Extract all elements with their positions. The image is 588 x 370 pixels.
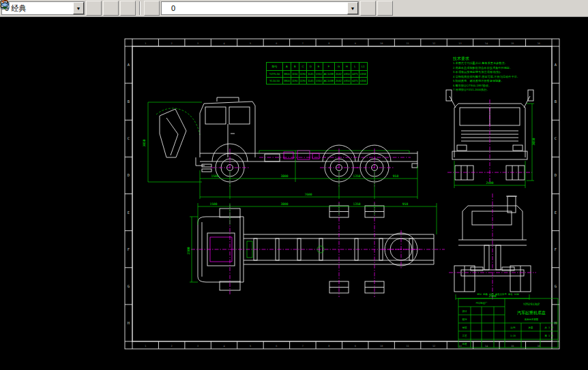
- drawing-canvas[interactable]: ABCDEFGH ABCDEFGH 1234567891011121314151…: [0, 17, 588, 370]
- svg-text:G: G: [128, 284, 130, 288]
- svg-text:C: C: [128, 136, 130, 140]
- svg-text:A: A: [555, 63, 557, 67]
- dim-label: 3800: [280, 174, 288, 178]
- svg-text:12: 12: [432, 345, 435, 348]
- scale-value: 1:15: [510, 335, 516, 337]
- svg-text:11: 11: [406, 42, 409, 45]
- svg-text:A: A: [128, 63, 130, 67]
- svg-text:2: 2: [171, 345, 173, 348]
- dim-label: 950: [402, 202, 409, 206]
- svg-text:1: 1: [145, 345, 146, 348]
- svg-text:15: 15: [511, 345, 514, 348]
- revision-header: 标记 处数 分区 更改文件号 签名 日期: [476, 292, 519, 296]
- new-layer-button[interactable]: [120, 1, 136, 16]
- style-combo-value: 0 经典: [2, 3, 73, 14]
- mass-label: 质量: [529, 326, 533, 329]
- rear-view: 2500: [449, 194, 536, 300]
- dim-label: 2500: [187, 247, 190, 254]
- svg-text:6: 6: [276, 345, 277, 348]
- layer-previous-icon: [0, 0, 10, 10]
- svg-text:校对: 校对: [461, 318, 467, 321]
- svg-text:14: 14: [485, 345, 488, 348]
- dim-label: 3050: [532, 138, 535, 145]
- chevron-down-icon[interactable]: ▼: [73, 2, 84, 14]
- make-object-layer-current-button[interactable]: [360, 1, 376, 16]
- svg-text:8: 8: [328, 42, 329, 45]
- svg-text:D: D: [555, 173, 557, 177]
- style-combo[interactable]: 0 经典 ▼: [1, 1, 85, 15]
- svg-text:F: F: [555, 247, 557, 251]
- zone-numbers-bottom: 12345678910111213141516: [145, 345, 540, 348]
- svg-text:13: 13: [458, 42, 461, 45]
- layer-manager-button[interactable]: [144, 1, 160, 16]
- spec-table: 型号ABCDEFGHLL1YZ75-5038001150119011451310…: [266, 62, 368, 84]
- svg-text:B: B: [128, 99, 130, 104]
- svg-text:设计: 设计: [462, 309, 467, 313]
- title-block-title: 汽车起重机底盘: [517, 310, 546, 315]
- technical-notes: 技术要求 1.本图尺寸均以毫米计,整备质量见参数表。2.底盘各总成装配应符合各自…: [453, 56, 546, 93]
- svg-text:C: C: [555, 136, 557, 140]
- svg-text:9: 9: [355, 42, 356, 45]
- toolbar: 0 经典 ▼: [0, 0, 588, 17]
- dim-label: 7600: [304, 193, 312, 196]
- dim-label: 1500: [209, 202, 217, 206]
- svg-text:F: F: [128, 247, 130, 251]
- svg-text:4: 4: [223, 42, 224, 45]
- svg-text:10: 10: [380, 42, 383, 45]
- svg-text:16: 16: [538, 42, 540, 45]
- title-block-model: YZ5251JQZ: [523, 303, 540, 306]
- svg-text:11: 11: [406, 345, 409, 348]
- dim-label: 1500: [211, 174, 218, 178]
- scale-label: 比例: [511, 326, 516, 329]
- plan-view: 1500 3800 1350 950 2500: [187, 202, 445, 297]
- svg-text:G: G: [555, 284, 557, 288]
- svg-text:5: 5: [250, 345, 251, 348]
- svg-text:3: 3: [197, 345, 199, 348]
- svg-text:9: 9: [355, 345, 356, 348]
- svg-text:5: 5: [250, 42, 251, 45]
- side-view: 1500 3800 1350 950 7600 3050: [143, 97, 417, 199]
- svg-text:14: 14: [485, 42, 488, 45]
- chevron-down-icon[interactable]: ▼: [347, 2, 358, 14]
- svg-text:工艺: 工艺: [462, 335, 467, 337]
- layer-combo[interactable]: 0 ▼: [161, 1, 359, 15]
- notes-lines: 1.本图尺寸均以毫米计,整备质量见参数表。2.底盘各总成装配应符合各自技术条件的…: [453, 61, 546, 93]
- title-block-signature-rows: 设计校对审核工艺批准: [461, 309, 467, 345]
- title-block: 汽车制造厂 YZ5251JQZ 汽车起重机底盘 底盘总布置图 设计校对审核工艺批…: [458, 292, 558, 348]
- svg-text:E: E: [128, 211, 130, 215]
- svg-text:3: 3: [197, 42, 199, 45]
- sheet-count: 共 1 张: [545, 326, 555, 329]
- svg-text:15: 15: [511, 42, 514, 45]
- sheet-number: 第 1 张: [545, 335, 555, 337]
- svg-text:6: 6: [276, 42, 277, 45]
- layer-previous-button[interactable]: [377, 1, 393, 16]
- svg-text:16: 16: [538, 345, 540, 348]
- dim-label: 3800: [280, 202, 288, 206]
- svg-text:E: E: [555, 211, 557, 215]
- zone-numbers-top: 12345678910111213141516: [145, 42, 540, 45]
- svg-text:4: 4: [223, 345, 224, 348]
- dim-label: 950: [393, 174, 399, 178]
- dim-label: 1350: [353, 202, 360, 206]
- svg-text:1: 1: [145, 42, 146, 45]
- dim-label: 3050: [143, 139, 146, 147]
- svg-text:10: 10: [380, 345, 383, 348]
- title-block-org: 汽车制造厂: [476, 302, 488, 305]
- layer-states-button[interactable]: [103, 1, 119, 16]
- svg-text:2: 2: [171, 42, 173, 45]
- svg-text:批准: 批准: [462, 343, 467, 345]
- notes-title: 技术要求: [453, 56, 546, 61]
- layer-combo-value: 0: [167, 4, 347, 12]
- svg-text:12: 12: [432, 42, 435, 45]
- svg-text:D: D: [128, 173, 130, 177]
- toolbar-separator: [139, 1, 141, 15]
- front-view: 2490 3050: [446, 90, 535, 188]
- svg-text:7: 7: [302, 345, 304, 348]
- dim-label: 2490: [486, 181, 493, 185]
- svg-text:13: 13: [458, 345, 461, 348]
- svg-text:8: 8: [328, 345, 329, 348]
- svg-text:7: 7: [302, 42, 304, 45]
- dim-label: 1350: [353, 174, 360, 178]
- svg-text:H: H: [128, 321, 130, 325]
- match-properties-button[interactable]: [86, 1, 102, 16]
